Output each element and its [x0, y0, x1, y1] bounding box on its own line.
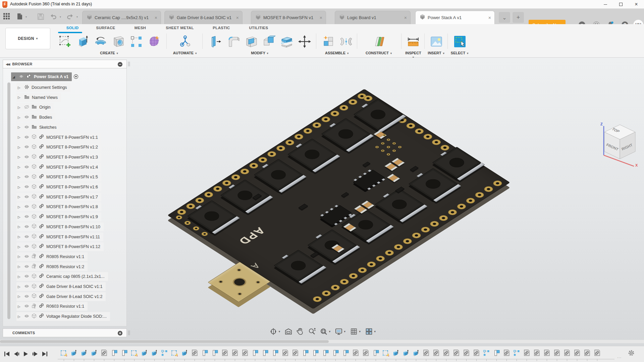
browser-item[interactable]: ▷Bodies [16, 113, 55, 122]
redo-caret-icon[interactable]: ▾ [76, 15, 78, 18]
timeline-feature-extrude-icon[interactable] [392, 349, 400, 357]
timeline-feature-flag-icon[interactable] [110, 349, 118, 357]
expand-triangle-icon[interactable]: ▷ [18, 235, 22, 239]
timeline-feature-link-icon[interactable] [533, 349, 541, 357]
timeline-feature-extrude-icon[interactable] [80, 349, 88, 357]
browser-scrollbar[interactable] [7, 82, 10, 319]
timeline-feature-link-icon[interactable] [573, 349, 581, 357]
browser-root-component[interactable]: ◢Power Stack A v1 [11, 72, 72, 81]
timeline-feature-flag-icon[interactable] [271, 349, 279, 357]
expand-triangle-icon[interactable]: ▷ [18, 185, 22, 189]
eye-icon[interactable] [24, 234, 29, 240]
ribbon-group-label[interactable]: CREATE ▼ [54, 51, 165, 55]
timeline-settings-gear-icon[interactable] [628, 350, 635, 358]
collapse-circle-minus-icon[interactable] [118, 62, 122, 68]
split-body-icon[interactable] [279, 34, 294, 49]
timeline-feature-link-icon[interactable] [452, 349, 460, 357]
timeline-feature-link-icon[interactable] [593, 349, 601, 357]
expand-triangle-icon[interactable]: ▷ [18, 155, 22, 159]
browser-item[interactable]: ▷Named Views [16, 93, 61, 102]
browser-item[interactable]: ▷MOSFET 8-PowerSFN v1:4 [16, 163, 101, 172]
browser-item[interactable]: ▷MOSFET 8-PowerSFN v1:8 [16, 202, 101, 211]
tab-close-icon[interactable]: × [236, 15, 239, 20]
eye-icon[interactable] [24, 274, 29, 280]
step-forward-icon[interactable] [31, 350, 40, 358]
eye-icon[interactable] [24, 124, 29, 130]
expand-triangle-icon[interactable]: ▷ [18, 165, 22, 169]
grid-settings-icon[interactable]: ▼ [349, 327, 362, 336]
timeline-feature-link-icon[interactable] [563, 349, 571, 357]
ribbon-tab-mesh[interactable]: MESH [135, 26, 146, 32]
timeline-feature-flag-icon[interactable] [372, 349, 380, 357]
undo-caret-icon[interactable]: ▾ [60, 15, 61, 18]
expand-triangle-icon[interactable]: ▷ [18, 245, 22, 249]
eye-icon[interactable] [24, 264, 29, 270]
rectangular-pattern-icon[interactable] [129, 34, 144, 49]
new-component-icon[interactable] [321, 34, 336, 49]
maximize-icon[interactable] [613, 0, 629, 9]
go-to-start-icon[interactable] [3, 350, 11, 358]
expand-triangle-icon[interactable]: ▷ [18, 315, 22, 318]
eye-icon[interactable] [24, 114, 29, 120]
look-at-icon[interactable] [283, 327, 293, 336]
timeline-feature-link-icon[interactable] [281, 349, 289, 357]
timeline-feature-flag-icon[interactable] [341, 349, 350, 357]
timeline-feature-sketch-icon[interactable] [170, 349, 178, 357]
timeline-feature-extrude-icon[interactable] [412, 349, 420, 357]
tab-close-icon[interactable]: × [155, 15, 157, 20]
timeline-feature-link-icon[interactable] [543, 349, 551, 357]
eye-icon[interactable] [24, 144, 29, 150]
expand-triangle-icon[interactable]: ◢ [12, 75, 16, 79]
ribbon-group-label[interactable]: AUTOMATE ▼ [169, 51, 201, 55]
timeline-feature-link-icon[interactable] [553, 349, 561, 357]
eye-icon[interactable] [24, 184, 29, 190]
close-icon[interactable]: × [629, 0, 644, 9]
browser-item[interactable]: ▷MOSFET 8-PowerSFN v1:9 [16, 213, 101, 221]
timeline-feature-flag-icon[interactable] [331, 349, 339, 357]
ribbon-group-label[interactable]: SELECT ▼ [449, 51, 471, 55]
ribbon-group-label[interactable]: ASSEMBLE ▼ [319, 51, 356, 55]
move-copy-icon[interactable] [297, 34, 312, 49]
browser-item[interactable]: ▷MOSFET 8-PowerSFN v1:12 [16, 242, 104, 251]
expand-triangle-icon[interactable]: ▷ [18, 86, 22, 89]
eye-icon[interactable] [24, 254, 29, 260]
browser-item[interactable]: ▷R0805 Resistor v1:1 [16, 252, 88, 261]
file-caret-icon[interactable]: ▾ [25, 15, 27, 18]
timeline-feature-pattern-icon[interactable] [513, 349, 521, 357]
zoom-icon[interactable] [307, 327, 317, 336]
timeline-feature-sketch-icon[interactable] [382, 349, 390, 357]
timeline-feature-link-icon[interactable] [472, 349, 480, 357]
app-grid-icon[interactable] [3, 13, 10, 20]
timeline-feature-extrude-icon[interactable] [402, 349, 410, 357]
timeline-feature-link-icon[interactable] [352, 349, 360, 357]
browser-item[interactable]: ▷Gate Driver 8-Lead SOIC v1:2 [16, 292, 106, 301]
new-tab-plus-icon[interactable]: + [513, 12, 524, 23]
save-icon[interactable] [37, 13, 44, 20]
revolve-icon[interactable] [93, 34, 108, 49]
eye-icon[interactable] [24, 154, 29, 160]
ribbon-tab-surface[interactable]: SURFACE [96, 26, 115, 32]
timeline-feature-sketch-icon[interactable] [60, 349, 68, 357]
browser-item[interactable]: ▷MOSFET 8-PowerSFN v1:5 [16, 173, 101, 181]
timeline-feature-flag-icon[interactable] [301, 349, 309, 357]
automate-icon[interactable] [178, 34, 193, 49]
tab-close-icon[interactable]: × [488, 15, 491, 20]
joint-icon[interactable] [339, 34, 354, 49]
timeline-feature-link-icon[interactable] [221, 349, 229, 357]
timeline-feature-pattern-icon[interactable] [160, 349, 168, 357]
timeline-feature-extrude-icon[interactable] [70, 349, 78, 357]
comments-panel-grip[interactable] [128, 330, 130, 335]
eye-icon[interactable] [24, 214, 29, 220]
expand-triangle-icon[interactable]: ▷ [18, 175, 22, 179]
ribbon-tab-plastic[interactable]: PLASTIC [213, 26, 230, 32]
document-tab[interactable]: Gate Driver 8-Lead SOIC v1× [164, 11, 243, 24]
timeline-scrollbar-track[interactable] [0, 340, 644, 343]
expand-triangle-icon[interactable]: ▷ [18, 285, 22, 289]
expand-triangle-icon[interactable]: ▷ [18, 205, 22, 209]
expand-triangle-icon[interactable]: ▷ [18, 145, 22, 149]
browser-item[interactable]: ▷MOSFET 8-PowerSFN v1:2 [16, 143, 101, 152]
ribbon-tab-sheet-metal[interactable]: SHEET METAL [166, 26, 194, 32]
file-new-icon[interactable] [16, 13, 23, 20]
collapse-double-arrow-icon[interactable]: ◀◀ [6, 62, 9, 66]
eye-icon[interactable] [24, 134, 29, 140]
